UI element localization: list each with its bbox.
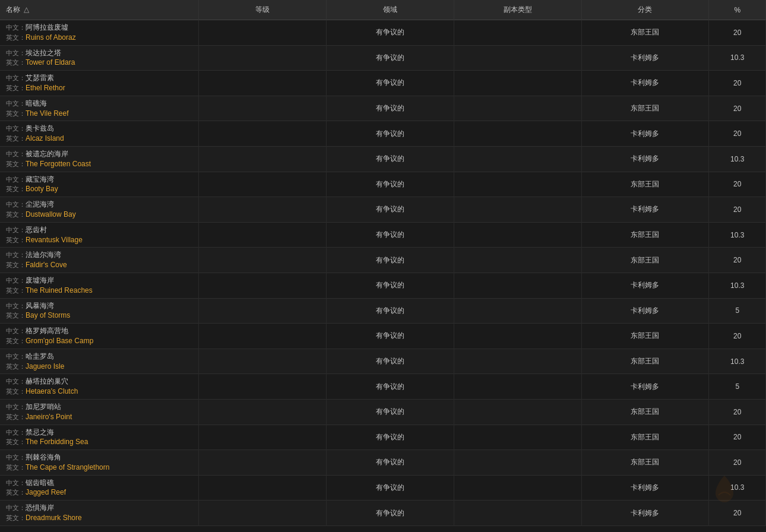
table-row[interactable]: 中文：废墟海岸 英文：The Ruined Reaches 有争议的卡利姆多10…	[0, 273, 766, 298]
faction-cell: 卡利姆多	[581, 121, 709, 147]
table-row[interactable]: 中文：赫塔拉的巢穴 英文：Hetaera's Clutch 有争议的卡利姆多5	[0, 374, 766, 400]
faction-cell: 卡利姆多	[581, 146, 709, 172]
faction-cell: 卡利姆多	[581, 374, 709, 400]
level-cell	[198, 475, 326, 501]
cn-label: 中文：	[6, 49, 26, 56]
en-name: 英文：The Cape of Stranglethorn	[6, 463, 192, 473]
en-label: 英文：	[6, 464, 26, 471]
table-row[interactable]: 中文：锯齿暗礁 英文：Jagged Reef 有争议的卡利姆多10.3	[0, 475, 766, 501]
en-label: 英文：	[6, 211, 26, 218]
table-row[interactable]: 中文：法迪尔海湾 英文：Faldir's Cove 有争议的东部王国20	[0, 248, 766, 273]
dungeon-type-cell	[454, 197, 581, 223]
cn-name: 中文：风暴海湾	[6, 301, 192, 311]
level-cell	[198, 425, 326, 450]
dungeon-type-cell	[454, 501, 581, 526]
table-row[interactable]: 中文：埃达拉之塔 英文：Tower of Eldara 有争议的卡利姆多10.3	[0, 45, 766, 71]
cn-label: 中文：	[6, 74, 26, 81]
en-name: 英文：Dustwallow Bay	[6, 210, 192, 220]
faction-cell: 东部王国	[581, 349, 709, 374]
pct-cell: 5	[709, 298, 766, 324]
en-name: 英文：Jaguero Isle	[6, 362, 192, 372]
faction-cell: 卡利姆多	[581, 273, 709, 298]
level-cell	[198, 501, 326, 526]
cn-name: 中文：荆棘谷海角	[6, 452, 192, 463]
level-cell	[198, 273, 326, 298]
dungeon-type-cell	[454, 349, 581, 374]
cn-name: 中文：埃达拉之塔	[6, 48, 192, 58]
cn-label: 中文：	[6, 150, 26, 157]
col-level[interactable]: 等级	[198, 0, 326, 20]
cn-label: 中文：	[6, 201, 26, 208]
dungeon-type-cell	[454, 172, 581, 197]
level-cell	[198, 197, 326, 223]
name-cell: 中文：赫塔拉的巢穴 英文：Hetaera's Clutch	[0, 374, 198, 400]
cn-label: 中文：	[6, 454, 26, 461]
territory-cell: 有争议的	[326, 399, 454, 425]
col-name-label: 名称	[6, 5, 20, 14]
table-row[interactable]: 中文：被遗忘的海岸 英文：The Forgotten Coast 有争议的卡利姆…	[0, 146, 766, 172]
col-territory[interactable]: 领域	[326, 0, 454, 20]
name-cell: 中文：风暴海湾 英文：Bay of Storms	[0, 298, 198, 324]
pct-cell: 20	[709, 71, 766, 96]
name-cell: 中文：藏宝海湾 英文：Booty Bay	[0, 172, 198, 197]
table-row[interactable]: 中文：恶齿村 英文：Revantusk Village 有争议的东部王国10.3	[0, 222, 766, 248]
level-cell	[198, 324, 326, 349]
table-row[interactable]: 中文：加尼罗哨站 英文：Janeiro's Point 有争议的东部王国20	[0, 399, 766, 425]
cn-name: 中文：藏宝海湾	[6, 175, 192, 185]
table-row[interactable]: 中文：藏宝海湾 英文：Booty Bay 有争议的东部王国20	[0, 172, 766, 197]
table-row[interactable]: 中文：阿博拉兹废墟 英文：Ruins of Aboraz 有争议的东部王国20	[0, 20, 766, 46]
col-faction[interactable]: 分类	[581, 0, 709, 20]
cn-label: 中文：	[6, 327, 26, 334]
name-cell: 中文：被遗忘的海岸 英文：The Forgotten Coast	[0, 146, 198, 172]
table-row[interactable]: 中文：荆棘谷海角 英文：The Cape of Stranglethorn 有争…	[0, 450, 766, 476]
table-row[interactable]: 中文：艾瑟雷素 英文：Ethel Rethor 有争议的卡利姆多20	[0, 71, 766, 96]
col-pct[interactable]: %	[709, 0, 766, 20]
table-row[interactable]: 中文：风暴海湾 英文：Bay of Storms 有争议的卡利姆多5	[0, 298, 766, 324]
cn-label: 中文：	[6, 479, 26, 486]
table-row[interactable]: 中文：禁忌之海 英文：The Forbidding Sea 有争议的东部王国20	[0, 425, 766, 450]
cn-label: 中文：	[6, 226, 26, 233]
en-name: 英文：Ethel Rethor	[6, 83, 192, 93]
en-label: 英文：	[6, 489, 26, 496]
dungeon-type-cell	[454, 324, 581, 349]
territory-cell: 有争议的	[326, 222, 454, 248]
cn-name: 中文：奥卡兹岛	[6, 124, 192, 134]
territory-cell: 有争议的	[326, 96, 454, 121]
table-row[interactable]: 中文：暗礁海 英文：The Vile Reef 有争议的东部王国20	[0, 96, 766, 121]
dungeon-type-cell	[454, 298, 581, 324]
cn-label: 中文：	[6, 429, 26, 436]
en-name: 英文：Janeiro's Point	[6, 412, 192, 422]
territory-cell: 有争议的	[326, 45, 454, 71]
dungeon-type-cell	[454, 399, 581, 425]
pct-cell: 20	[709, 324, 766, 349]
pct-cell: 20	[709, 197, 766, 223]
col-dungeon-type[interactable]: 副本类型	[454, 0, 581, 20]
cn-label: 中文：	[6, 24, 26, 31]
table-row[interactable]: 中文：哈圭罗岛 英文：Jaguero Isle 有争议的东部王国10.3	[0, 349, 766, 374]
en-label: 英文：	[6, 312, 26, 319]
cn-name: 中文：被遗忘的海岸	[6, 149, 192, 159]
en-name: 英文：The Ruined Reaches	[6, 286, 192, 296]
pct-cell: 20	[709, 501, 766, 526]
faction-cell: 卡利姆多	[581, 71, 709, 96]
pct-cell: 20	[709, 248, 766, 273]
table-row[interactable]: 中文：恐惧海岸 英文：Dreadmurk Shore 有争议的卡利姆多20	[0, 501, 766, 526]
name-cell: 中文：恶齿村 英文：Revantusk Village	[0, 222, 198, 248]
territory-cell: 有争议的	[326, 425, 454, 450]
dungeon-type-cell	[454, 273, 581, 298]
table-row[interactable]: 中文：奥卡兹岛 英文：Alcaz Island 有争议的卡利姆多20	[0, 121, 766, 147]
faction-cell: 东部王国	[581, 450, 709, 476]
name-cell: 中文：艾瑟雷素 英文：Ethel Rethor	[0, 71, 198, 96]
name-cell: 中文：格罗姆高营地 英文：Grom'gol Base Camp	[0, 324, 198, 349]
cn-name: 中文：恐惧海岸	[6, 503, 192, 513]
table-row[interactable]: 中文：尘泥海湾 英文：Dustwallow Bay 有争议的卡利姆多20	[0, 197, 766, 223]
territory-cell: 有争议的	[326, 374, 454, 400]
pct-cell: 20	[709, 172, 766, 197]
dungeon-type-cell	[454, 222, 581, 248]
pct-cell: 10.3	[709, 45, 766, 71]
cn-name: 中文：哈圭罗岛	[6, 352, 192, 362]
pct-cell: 10.3	[709, 475, 766, 501]
level-cell	[198, 96, 326, 121]
col-name[interactable]: 名称 △	[0, 0, 198, 20]
table-row[interactable]: 中文：格罗姆高营地 英文：Grom'gol Base Camp 有争议的东部王国…	[0, 324, 766, 349]
